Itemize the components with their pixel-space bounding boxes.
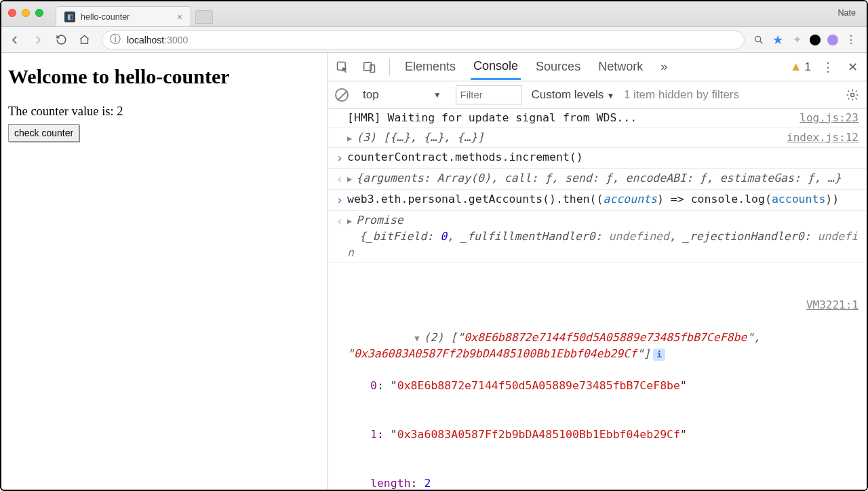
tab-title: hello-counter bbox=[81, 12, 130, 22]
console-input-line: counterContract.methods.increment() bbox=[347, 149, 861, 167]
url-host: localhost bbox=[127, 35, 164, 45]
devtools-tabbar: Elements Console Sources Network » ▲1 ⋮ … bbox=[328, 53, 867, 81]
browser-tab[interactable]: ◧ hello-counter × bbox=[56, 6, 191, 26]
console-toolbar: top ▼ Custom levels ▼ 1 item hidden by f… bbox=[328, 81, 867, 109]
counter-value: 2 bbox=[117, 104, 123, 118]
bookmark-star-icon[interactable]: ★ bbox=[772, 34, 784, 46]
dropdown-icon: ▼ bbox=[607, 92, 614, 100]
tab-sources[interactable]: Sources bbox=[533, 54, 583, 79]
extension-icon[interactable] bbox=[827, 35, 838, 45]
url-port: :3000 bbox=[164, 35, 188, 45]
tab-console[interactable]: Console bbox=[471, 54, 521, 80]
info-badge-icon[interactable]: i bbox=[653, 349, 665, 361]
dropdown-icon: ▼ bbox=[433, 90, 441, 100]
profile-name[interactable]: Nate bbox=[838, 8, 856, 18]
close-window-button[interactable] bbox=[8, 9, 16, 17]
log-levels-selector[interactable]: Custom levels ▼ bbox=[532, 88, 614, 102]
svg-point-0 bbox=[755, 36, 761, 41]
favicon-icon: ◧ bbox=[64, 12, 75, 22]
site-info-icon[interactable]: ⓘ bbox=[109, 34, 121, 46]
console-output-line: ▶Promise{_bitField: 0, _fulfillmentHandl… bbox=[347, 212, 861, 261]
console-output-line: ▶{arguments: Array(0), call: ƒ, send: ƒ,… bbox=[347, 170, 861, 188]
output-marker-icon bbox=[332, 212, 347, 261]
devtools-close-button[interactable]: ✕ bbox=[845, 60, 860, 75]
new-tab-button[interactable] bbox=[195, 10, 213, 24]
devtools-panel: Elements Console Sources Network » ▲1 ⋮ … bbox=[328, 53, 867, 490]
clear-console-button[interactable] bbox=[335, 88, 349, 102]
svg-point-4 bbox=[851, 93, 854, 96]
window-titlebar: ◧ hello-counter × Nate bbox=[1, 1, 867, 27]
counter-text: The counter value is: 2 bbox=[8, 104, 321, 119]
pocket-extension-icon[interactable] bbox=[810, 35, 821, 45]
console-log-line: [HMR] Waiting for update signal from WDS… bbox=[347, 110, 800, 126]
page-heading: Welcome to hello-counter bbox=[8, 65, 321, 88]
browser-toolbar: ⓘ localhost:3000 ★ ✦ ⋮ bbox=[1, 27, 867, 53]
source-link[interactable]: VM3221:1 bbox=[806, 298, 861, 311]
tab-network[interactable]: Network bbox=[595, 54, 646, 79]
input-marker-icon bbox=[332, 191, 347, 209]
output-marker-icon bbox=[332, 170, 347, 188]
hidden-by-filters-text: 1 item hidden by filters bbox=[624, 88, 739, 102]
minimize-window-button[interactable] bbox=[22, 9, 30, 17]
chrome-menu-button[interactable]: ⋮ bbox=[845, 34, 857, 46]
extension-pin-icon[interactable]: ✦ bbox=[791, 34, 803, 46]
console-log-line: ▶(3) [{…}, {…}, {…}] bbox=[347, 130, 787, 146]
separator bbox=[389, 59, 390, 75]
main-area: Welcome to hello-counter The counter val… bbox=[1, 53, 867, 490]
source-link[interactable]: index.js:12 bbox=[787, 131, 861, 144]
input-marker-icon bbox=[332, 149, 347, 167]
expand-icon[interactable]: ▶ bbox=[347, 174, 352, 185]
console-output[interactable]: [HMR] Waiting for update signal from WDS… bbox=[328, 109, 867, 490]
tab-elements[interactable]: Elements bbox=[402, 54, 458, 79]
console-output-line: VM3221:1 ▼(2) ["0x8E6b8872e7144f50d5A058… bbox=[347, 264, 861, 490]
forward-button[interactable] bbox=[28, 31, 47, 50]
console-filter-input[interactable] bbox=[456, 85, 522, 104]
warnings-count[interactable]: ▲1 bbox=[790, 60, 811, 74]
toolbar-right-icons: ★ ✦ ⋮ bbox=[753, 34, 863, 46]
expand-icon[interactable]: ▶ bbox=[347, 133, 352, 144]
console-settings-button[interactable] bbox=[845, 87, 860, 102]
back-button[interactable] bbox=[5, 31, 24, 50]
maximize-window-button[interactable] bbox=[35, 9, 43, 17]
tab-more[interactable]: » bbox=[658, 54, 670, 79]
inspect-element-icon[interactable] bbox=[335, 60, 350, 75]
context-selector[interactable]: top ▼ bbox=[358, 86, 446, 104]
devtools-menu-button[interactable]: ⋮ bbox=[821, 60, 835, 75]
device-toggle-icon[interactable] bbox=[362, 60, 377, 75]
source-link[interactable]: log.js:23 bbox=[800, 111, 861, 124]
collapse-icon[interactable]: ▼ bbox=[414, 333, 419, 345]
home-button[interactable] bbox=[75, 31, 94, 50]
search-icon[interactable] bbox=[753, 34, 765, 46]
console-input-line: web3.eth.personal.getAccounts().then((ac… bbox=[347, 191, 861, 209]
expand-icon[interactable]: ▶ bbox=[347, 216, 352, 227]
check-counter-button[interactable]: check counter bbox=[8, 124, 79, 142]
address-bar[interactable]: ⓘ localhost:3000 bbox=[102, 31, 745, 50]
rendered-page: Welcome to hello-counter The counter val… bbox=[1, 53, 328, 490]
window-controls bbox=[8, 9, 43, 17]
warning-icon: ▲ bbox=[790, 60, 802, 74]
close-tab-button[interactable]: × bbox=[177, 12, 182, 22]
reload-button[interactable] bbox=[52, 31, 71, 50]
